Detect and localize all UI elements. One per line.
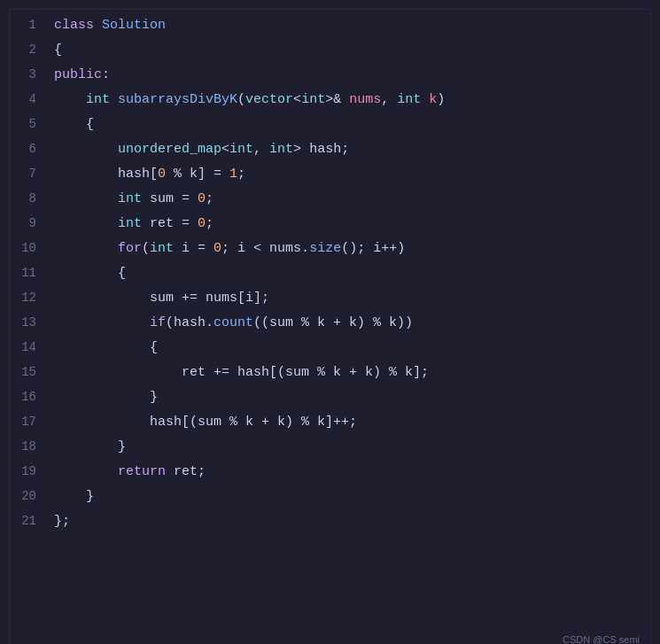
token: ret; [166,464,206,479]
line-content: sum += nums[i]; [54,291,650,306]
token: sum += nums[i]; [150,291,269,306]
token [54,92,86,107]
token [421,92,429,107]
line-number: 4 [10,92,54,106]
code-line: 18 } [10,438,650,463]
token [54,365,182,380]
watermark: CSDN @CS semi [563,634,640,644]
code-line: 7 hash[0 % k] = 1; [10,166,650,190]
token: }; [54,514,70,529]
token: size [309,241,341,256]
token: [ [150,167,158,182]
token: ((sum % k + k) % k)) [253,315,413,330]
line-number: 7 [10,167,54,181]
token: } [54,439,126,454]
line-number: 1 [10,18,54,32]
line-content: hash[0 % k] = 1; [54,167,650,182]
token [54,216,118,231]
line-content: if(hash.count((sum % k + k) % k)) [54,315,650,330]
token: vector [245,92,293,107]
line-content: ret += hash[(sum % k + k) % k]; [54,365,650,380]
token: ; [341,142,349,157]
code-line: 8 int sum = 0; [10,190,650,215]
token: % k] = [166,167,229,182]
line-content: hash[(sum % k + k) % k]++; [54,415,650,430]
line-content: int sum = 0; [54,191,650,206]
token: class [54,18,102,33]
token: int [118,191,142,206]
token: >& [325,92,349,107]
code-line: 15 ret += hash[(sum % k + k) % k]; [10,364,650,389]
token: i = [174,241,214,256]
token: { [54,340,158,355]
token [54,142,118,157]
token: Solution [102,18,166,33]
line-number: 6 [10,142,54,156]
line-content: int subarraysDivByK(vector<int>& nums, i… [54,92,650,107]
token: ; i < nums. [221,241,309,256]
line-number: 12 [10,291,54,305]
line-content: { [54,266,650,281]
token: if [150,315,166,330]
code-line: 3public: [10,66,650,91]
line-number: 15 [10,365,54,379]
code-line: 1class Solution [10,17,650,42]
token: , [253,142,269,157]
line-number: 5 [10,117,54,131]
line-content: { [54,340,650,355]
line-number: 14 [10,340,54,354]
token: int [229,142,253,157]
token: ( [237,92,245,107]
line-number: 21 [10,514,54,528]
code-line: 16 } [10,389,650,414]
line-number: 11 [10,266,54,280]
token: hash [118,167,150,182]
line-content: }; [54,514,650,529]
token: { [54,266,126,281]
line-number: 9 [10,216,54,230]
line-number: 17 [10,415,54,429]
code-line: 2{ [10,42,650,66]
token: int [269,142,293,157]
token: { [54,117,94,132]
token: { [54,43,62,58]
token: } [54,390,158,405]
line-content: int ret = 0; [54,216,650,231]
code-line: 21}; [10,513,650,538]
token: ; [237,167,245,182]
token [54,464,118,479]
line-content: return ret; [54,464,650,479]
token: int [118,216,142,231]
token: 1 [229,167,237,182]
code-line: 11 { [10,265,650,290]
token: sum = [142,191,198,206]
line-number: 16 [10,390,54,404]
token: int [301,92,325,107]
token: unordered_map [118,142,221,157]
token: (); i++) [341,241,405,256]
code-line: 14 { [10,339,650,364]
token: < [221,142,229,157]
token: int [397,92,421,107]
code-line: 17 hash[(sum % k + k) % k]++; [10,414,650,438]
token: hash [309,142,341,157]
token: ; [206,191,214,206]
line-content: public: [54,67,650,82]
code-line: 19 return ret; [10,463,650,488]
code-line: 13 if(hash.count((sum % k + k) % k)) [10,314,650,339]
token: int [86,92,110,107]
line-content: for(int i = 0; i < nums.size(); i++) [54,241,650,256]
line-number: 3 [10,67,54,81]
line-number: 19 [10,464,54,478]
token [54,241,118,256]
token: 0 [198,191,206,206]
token: 0 [198,216,206,231]
code-line: 9 int ret = 0; [10,215,650,240]
token [110,92,118,107]
line-content: } [54,439,650,454]
line-content: unordered_map<int, int> hash; [54,142,650,157]
line-content: } [54,390,650,405]
token: , [381,92,397,107]
line-number: 20 [10,489,54,503]
line-number: 2 [10,43,54,57]
